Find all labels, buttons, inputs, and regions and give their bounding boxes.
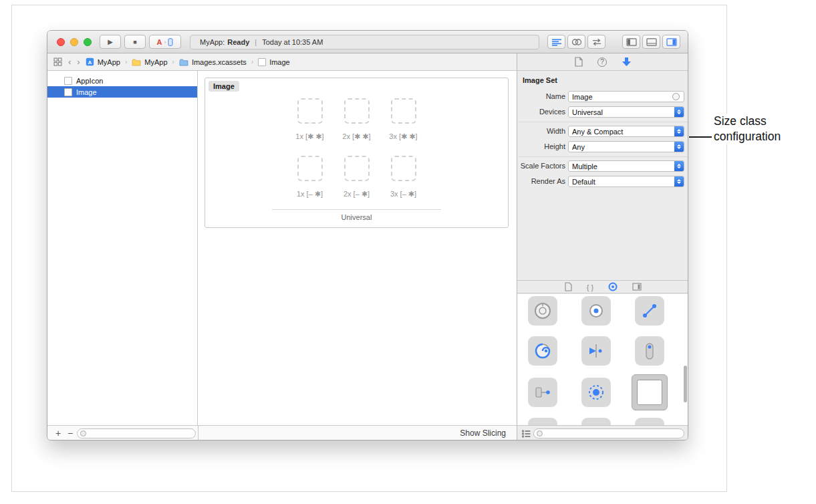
snippet-library-tab[interactable]: { } <box>587 282 593 292</box>
media-library-tab[interactable] <box>632 283 642 291</box>
library-item-flag[interactable] <box>528 378 557 407</box>
scheme-selector[interactable]: A › <box>149 35 181 49</box>
popup-stepper-icon <box>674 142 684 152</box>
swirl-icon <box>533 341 553 361</box>
assistant-editor-button[interactable] <box>567 35 585 49</box>
list-view-toggle-icon[interactable] <box>521 429 531 438</box>
attributes-inspector-tab[interactable] <box>622 57 632 67</box>
image-well-1x[interactable] <box>297 98 323 124</box>
scale-factors-popup[interactable]: Multiple <box>568 160 684 172</box>
callout-label: Size class configuration <box>714 114 811 144</box>
well-label: 2x [– ✱] <box>344 190 370 199</box>
toolbar: ▶ ■ A › MyApp: Ready | Today at 10:35 AM <box>47 31 688 53</box>
play-icon: ▶ <box>108 38 113 45</box>
zoom-button[interactable] <box>84 38 92 46</box>
quick-help-tab[interactable]: ? <box>597 57 607 67</box>
stop-button[interactable]: ■ <box>124 35 146 49</box>
height-label: Height <box>517 142 565 150</box>
name-label: Name <box>517 92 565 100</box>
standard-editor-button[interactable] <box>547 35 565 49</box>
inspector-section-title: Image Set <box>523 76 557 84</box>
library-item-dashed-circle[interactable] <box>581 378 611 407</box>
separator <box>519 156 688 157</box>
library-item-plain-view-selected[interactable] <box>632 374 668 410</box>
image-well-3x-compact[interactable] <box>391 156 416 181</box>
editor-bottom-bar: + − Show Slicing <box>47 425 517 440</box>
library-item-partial[interactable] <box>581 418 611 425</box>
filter-field[interactable] <box>77 428 196 438</box>
breadcrumb-project[interactable]: A MyApp <box>86 57 120 66</box>
asset-list-sidebar: AppIcon Image <box>47 71 198 425</box>
width-popup[interactable]: Any & Compact <box>568 126 684 137</box>
image-well-2x[interactable] <box>344 98 370 124</box>
arrows-left-right-icon <box>591 38 602 46</box>
height-popup[interactable]: Any <box>568 141 684 152</box>
field-row-devices: Devices Universal <box>517 106 688 118</box>
library-item-partial[interactable] <box>528 418 557 425</box>
field-row-height: Height Any <box>517 141 688 152</box>
breadcrumb-asset-catalog[interactable]: Images.xcassets <box>179 58 247 66</box>
file-inspector-tab[interactable] <box>575 57 583 67</box>
library-item-capsule[interactable] <box>635 336 664 366</box>
minimize-button[interactable] <box>70 38 78 46</box>
blue-down-arrow-icon <box>622 57 632 67</box>
asset-row-image[interactable]: Image <box>47 86 197 98</box>
image-well-3x[interactable] <box>391 98 416 124</box>
callout-line <box>689 136 712 138</box>
version-editor-button[interactable] <box>587 35 605 49</box>
filter-icon <box>537 430 543 436</box>
image-set-icon <box>64 88 72 96</box>
breadcrumb-label: Image <box>269 58 290 66</box>
activity-viewer: MyApp: Ready | Today at 10:35 AM <box>190 35 539 49</box>
breadcrumb-separator-icon: › <box>125 58 127 66</box>
breadcrumb-label: MyApp <box>144 58 167 66</box>
render-as-popup[interactable]: Default <box>568 176 684 187</box>
related-items-button[interactable] <box>53 57 63 66</box>
file-template-library-tab[interactable] <box>565 282 572 291</box>
breadcrumb-image-set[interactable]: Image <box>258 58 290 66</box>
asset-catalog-folder-icon <box>179 58 188 66</box>
add-button[interactable]: + <box>53 426 63 440</box>
asset-row-appicon[interactable]: AppIcon <box>47 75 197 86</box>
utilities-panel-toggle[interactable] <box>662 35 680 49</box>
image-well-cell: 2x [– ✱] <box>336 156 378 199</box>
close-button[interactable] <box>57 38 65 46</box>
library-item-center-dot[interactable] <box>581 296 611 326</box>
show-slicing-button[interactable]: Show Slicing <box>460 428 506 438</box>
forward-button[interactable]: › <box>76 57 80 66</box>
image-well-2x-compact[interactable] <box>344 156 370 181</box>
library-filter-field[interactable] <box>533 428 684 438</box>
devices-popup[interactable]: Universal <box>568 106 684 118</box>
status-separator: | <box>252 38 259 46</box>
remove-button[interactable]: − <box>65 426 76 440</box>
library-item-dial[interactable] <box>528 296 557 326</box>
device-icon <box>168 38 173 46</box>
breadcrumb-group[interactable]: MyApp <box>132 58 167 66</box>
filter-icon <box>80 430 86 436</box>
editor-mode-buttons <box>547 35 605 49</box>
debug-area-toggle[interactable] <box>642 35 660 49</box>
library-item-connector[interactable] <box>635 296 664 326</box>
back-button[interactable]: ‹ <box>67 57 72 66</box>
image-set-editor: Image 1x [✱ ✱] 2x [✱ ✱] 3x [✱ ✱] <box>198 71 517 425</box>
jump-bar: ‹ › A MyApp › MyApp › I <box>47 53 517 71</box>
popup-value: Universal <box>572 108 603 116</box>
library-item-swirl[interactable] <box>528 336 557 366</box>
run-button[interactable]: ▶ <box>100 35 121 49</box>
library-bottom-bar <box>517 425 688 440</box>
object-library-tab[interactable] <box>608 282 618 291</box>
app-icon-set-icon <box>64 77 72 85</box>
image-well-1x-compact[interactable] <box>297 156 323 181</box>
field-action-circle-icon[interactable] <box>672 93 680 100</box>
scrollbar[interactable] <box>684 366 687 402</box>
field-row-width: Width Any & Compact <box>517 126 688 137</box>
xcode-window: ▶ ■ A › MyApp: Ready | Today at 10:35 AM <box>47 30 688 440</box>
library-item-marker[interactable] <box>581 336 611 366</box>
library-item-partial[interactable] <box>635 418 664 425</box>
name-field[interactable] <box>568 91 684 102</box>
navigator-panel-toggle[interactable] <box>622 35 640 49</box>
braces-icon: { } <box>587 283 593 291</box>
field-row-render-as: Render As Default <box>517 176 688 187</box>
center-dot-icon <box>586 301 606 321</box>
field-row-name: Name <box>517 91 688 102</box>
